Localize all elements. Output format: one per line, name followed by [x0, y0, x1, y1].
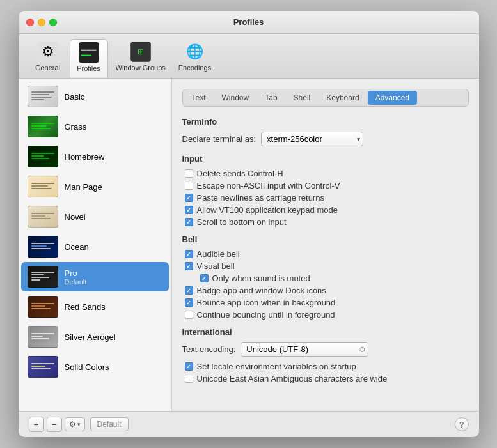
checkbox-bounce-icon-box[interactable] [185, 298, 193, 307]
checkbox-visual-bell-box[interactable] [185, 262, 193, 270]
profile-man-page[interactable]: Man Page [21, 172, 169, 201]
profile-red-sands[interactable]: Red Sands [21, 292, 169, 321]
tab-keyboard[interactable]: Keyboard [319, 91, 367, 105]
declare-terminal-label: Declare terminal as: [182, 134, 256, 144]
tab-tab[interactable]: Tab [257, 91, 285, 105]
checkbox-allow-vt100-label: Allow VT100 application keypad mode [197, 205, 338, 215]
checkbox-paste-newlines-label: Paste newlines as carriage returns [197, 193, 324, 203]
profile-red-sands-name: Red Sands [65, 302, 106, 312]
profile-silver-aerogel[interactable]: Silver Aerogel [21, 322, 169, 351]
profile-manpage-thumb [28, 176, 58, 197]
toolbar-general-label: General [35, 64, 60, 72]
profile-pro[interactable]: Pro Default [21, 262, 169, 291]
checkbox-delete-ctrl-h: Delete sends Control-H [182, 169, 469, 178]
tab-shell[interactable]: Shell [286, 91, 319, 105]
text-encoding-label: Text encoding: [182, 344, 236, 354]
maximize-button[interactable] [49, 19, 57, 26]
toolbar-profiles-label: Profiles [77, 65, 100, 72]
profile-novel[interactable]: Novel [21, 202, 169, 231]
close-button[interactable] [26, 19, 34, 26]
profile-grass[interactable]: Grass [21, 112, 169, 141]
checkbox-unicode-east-asian-box[interactable] [185, 375, 193, 383]
minimize-button[interactable] [38, 19, 45, 26]
profile-ocean-name: Ocean [65, 242, 89, 252]
profiles-icon: ▬▬▬ ▬▬ [79, 42, 99, 63]
tab-advanced[interactable]: Advanced [368, 91, 417, 105]
tab-window[interactable]: Window [214, 91, 257, 105]
profile-pro-thumb [28, 266, 58, 288]
toolbar-window-groups-label: Window Groups [116, 64, 166, 72]
toolbar: ⚙ General ▬▬▬ ▬▬ Profiles ⊞ Window Group… [19, 34, 479, 79]
checkbox-escape-non-ascii-box[interactable] [185, 182, 193, 190]
international-section-title: International [182, 327, 469, 337]
gear-menu-button[interactable]: ⚙ ▾ [65, 417, 85, 431]
profile-grass-thumb [28, 116, 58, 137]
profile-ocean-thumb [28, 236, 58, 258]
checkbox-continue-bouncing-box[interactable] [185, 311, 193, 319]
checkbox-visual-bell: Visual bell [182, 261, 469, 271]
bell-section-title: Bell [182, 235, 469, 244]
text-encoding-select[interactable]: Unicode (UTF-8) ⬡ [241, 342, 368, 357]
checkbox-bounce-icon: Bounce app icon when in background [182, 298, 469, 307]
tab-text[interactable]: Text [184, 91, 214, 105]
checkbox-continue-bouncing-label: Continue bouncing until in foreground [197, 310, 335, 320]
profile-man-page-name: Man Page [65, 182, 102, 192]
toolbar-profiles[interactable]: ▬▬▬ ▬▬ Profiles [70, 39, 108, 78]
checkbox-scroll-to-bottom: Scroll to bottom on input [182, 217, 469, 227]
profile-basic-thumb [28, 86, 58, 107]
toolbar-general[interactable]: ⚙ General [29, 39, 67, 78]
tab-bar: Text Window Tab Shell Keyboard Advanced [182, 89, 469, 107]
checkbox-unicode-east-asian: Unicode East Asian Ambiguous characters … [182, 374, 469, 383]
profile-solid-colors[interactable]: Solid Colors [21, 352, 169, 382]
profiles-sidebar: Basic Grass [19, 79, 172, 411]
checkbox-bounce-icon-label: Bounce app icon when in background [197, 298, 336, 307]
toolbar-window-groups[interactable]: ⊞ Window Groups [111, 39, 171, 78]
declare-terminal-select[interactable]: xterm-256color ▾ [261, 132, 363, 146]
checkbox-set-locale-label: Set locale environment variables on star… [197, 362, 356, 371]
checkbox-visual-bell-label: Visual bell [197, 261, 235, 271]
profile-silveraerogel-thumb [28, 326, 58, 348]
checkbox-scroll-to-bottom-label: Scroll to bottom on input [197, 217, 287, 227]
toolbar-encodings-label: Encodings [178, 64, 211, 72]
default-button[interactable]: Default [90, 417, 129, 431]
encodings-icon: 🌐 [184, 42, 205, 62]
checkbox-delete-ctrl-h-box[interactable] [185, 169, 193, 178]
checkbox-badge-app-box[interactable] [185, 286, 193, 295]
profile-basic[interactable]: Basic [21, 82, 169, 111]
encoding-select-arrow: ⬡ [359, 346, 365, 353]
toolbar-encodings[interactable]: 🌐 Encodings [173, 39, 216, 78]
main-window: Profiles ⚙ General ▬▬▬ ▬▬ Profiles ⊞ Win… [19, 11, 479, 437]
profile-pro-subtitle: Default [65, 278, 162, 286]
checkbox-audible-bell-box[interactable] [185, 250, 193, 258]
profile-basic-name: Basic [65, 92, 85, 102]
checkbox-only-when-muted-box[interactable] [200, 274, 209, 282]
remove-profile-button[interactable]: − [47, 417, 62, 432]
checkbox-set-locale-box[interactable] [185, 362, 193, 371]
checkbox-paste-newlines: Paste newlines as carriage returns [182, 193, 469, 203]
text-encoding-row: Text encoding: Unicode (UTF-8) ⬡ [182, 342, 469, 357]
checkbox-escape-non-ascii-label: Escape non-ASCII input with Control-V [197, 181, 340, 190]
titlebar: Profiles [19, 11, 479, 34]
profile-pro-name: Pro [65, 268, 162, 278]
checkbox-continue-bouncing: Continue bouncing until in foreground [182, 310, 469, 320]
checkbox-only-when-muted: Only when sound is muted [182, 274, 469, 283]
checkbox-allow-vt100-box[interactable] [185, 206, 193, 214]
window-groups-icon: ⊞ [130, 42, 151, 62]
checkbox-set-locale: Set locale environment variables on star… [182, 362, 469, 371]
help-button[interactable]: ? [455, 417, 469, 431]
declare-terminal-row: Declare terminal as: xterm-256color ▾ [182, 132, 469, 146]
checkbox-scroll-to-bottom-box[interactable] [185, 218, 193, 226]
detail-pane: Text Window Tab Shell Keyboard Advanced … [172, 79, 479, 411]
general-icon: ⚙ [38, 42, 58, 62]
checkbox-badge-app-label: Badge app and window Dock icons [197, 286, 326, 295]
main-content: Basic Grass [19, 79, 479, 411]
profile-ocean[interactable]: Ocean [21, 232, 169, 261]
add-profile-button[interactable]: + [29, 417, 44, 432]
bottom-bar: + − ⚙ ▾ Default ? [19, 411, 479, 437]
checkbox-allow-vt100: Allow VT100 application keypad mode [182, 205, 469, 215]
checkbox-paste-newlines-box[interactable] [185, 194, 193, 202]
profile-homebrew[interactable]: Homebrew [21, 142, 169, 171]
profile-silver-aerogel-name: Silver Aerogel [65, 332, 116, 342]
profile-grass-name: Grass [65, 122, 87, 132]
checkbox-only-when-muted-label: Only when sound is muted [212, 274, 310, 283]
